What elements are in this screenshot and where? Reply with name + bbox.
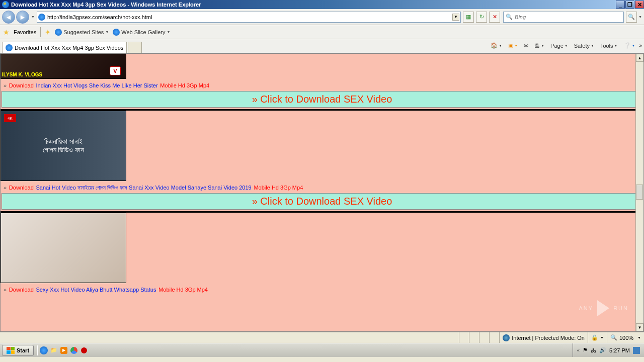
new-tab-button[interactable]	[128, 42, 142, 53]
browser-tab[interactable]: Download Hot Xxx Xxx Mp4 3gp Sex Videos	[2, 42, 127, 53]
tray-expand-icon[interactable]: «	[577, 348, 580, 353]
read-mail-button[interactable]: ✉	[522, 41, 530, 50]
url-dropdown[interactable]: ▼	[452, 14, 459, 21]
start-button[interactable]: Start	[2, 345, 34, 356]
vertical-scrollbar[interactable]: ▲ ▼	[635, 54, 643, 331]
favorites-star-icon[interactable]: ★	[3, 28, 10, 36]
download-button[interactable]: » Click to Download SEX Video	[2, 91, 642, 108]
command-bar: 🏠▼ ▣▼ ✉ 🖶▼ Page▼ Safety▼ Tools▼ ❔▼ »	[489, 41, 642, 50]
maximize-button[interactable]: ❐	[625, 1, 634, 9]
minimize-button[interactable]: _	[616, 1, 625, 9]
download-button[interactable]: » Click to Download SEX Video	[2, 193, 642, 210]
search-icon: 🔍	[506, 14, 513, 20]
zoom-control[interactable]: 🔍100%▼	[607, 332, 644, 343]
system-tray: « ⚑ 🖧 🔊 5:27 PM	[573, 343, 644, 357]
forward-button[interactable]: ►	[16, 11, 29, 24]
privacy-button[interactable]: 🔒▼	[588, 332, 607, 343]
scroll-thumb[interactable]	[636, 185, 643, 200]
url-input[interactable]	[47, 14, 452, 20]
window-title: Download Hot Xxx Xxx Mp4 3gp Sex Videos …	[11, 2, 201, 8]
security-zone: Internet | Protected Mode: On	[499, 332, 588, 343]
video-title-link[interactable]: Indian Xxx Hot Vlogs She Kiss Me Like He…	[36, 82, 158, 88]
help-button[interactable]: ❔▼	[622, 41, 637, 50]
thumbnail-overlay-text: চিএনায়িকা সানাই গোপন ভিডিও ফাস	[43, 137, 85, 154]
ie-icon	[6, 44, 13, 51]
window-titlebar: Download Hot Xxx Xxx Mp4 3gp Sex Videos …	[0, 0, 644, 9]
search-provider-dropdown[interactable]: ▼	[638, 15, 642, 19]
video-item: ILYSM K. VLOGS V » Download Indian Xxx H…	[1, 54, 643, 111]
video-title-line: » Download Indian Xxx Hot Vlogs She Kiss…	[1, 79, 643, 91]
show-desktop-button[interactable]	[633, 347, 640, 354]
ie-status-bar: Internet | Protected Mode: On 🔒▼ 🔍100%▼	[0, 332, 644, 343]
video-title-link[interactable]: Sexy Xxx Hot Video Aliya Bhutt Whatsapp …	[36, 287, 156, 293]
video-title-line: » Download Sanai Hot Video সানাইয়ের গোপ…	[1, 181, 643, 193]
video-title-link[interactable]: Sanai Hot Video সানাইয়ের গোপন ভিডিও ফাস…	[36, 185, 252, 191]
add-favorite-icon[interactable]: ✦	[45, 28, 51, 36]
search-go-button[interactable]: 🔍	[626, 12, 637, 23]
tab-title: Download Hot Xxx Xxx Mp4 3gp Sex Videos	[15, 45, 123, 51]
search-input[interactable]	[515, 14, 621, 20]
quicklaunch-chrome[interactable]	[69, 345, 79, 355]
tools-menu[interactable]: Tools▼	[598, 42, 620, 50]
windows-logo-icon	[7, 347, 15, 354]
clock[interactable]: 5:27 PM	[609, 347, 630, 353]
video-thumbnail[interactable]	[1, 213, 126, 283]
refresh-button[interactable]: ↻	[476, 12, 487, 23]
quicklaunch-explorer[interactable]: 📁	[49, 345, 59, 355]
ie-icon	[2, 1, 9, 8]
video-thumbnail[interactable]: 4K চিএনায়িকা সানাই গোপন ভিডিও ফাস	[1, 111, 126, 181]
quality-badge: 4K	[4, 114, 16, 122]
play-triangle-icon	[597, 300, 609, 316]
print-button[interactable]: 🖶▼	[532, 42, 546, 50]
nav-toolbar: ◄ ► ▼ ▼ ▦ ↻ ✕ 🔍 🔍 ▼	[0, 9, 644, 25]
suggested-sites-link[interactable]: Suggested Sites ▼	[55, 29, 109, 36]
thumbnail-channel-label: ILYSM K. VLOGS	[2, 72, 42, 77]
stop-button[interactable]: ✕	[489, 12, 500, 23]
safety-menu[interactable]: Safety▼	[572, 42, 596, 50]
quicklaunch-app[interactable]	[79, 345, 89, 355]
page-icon	[38, 14, 45, 21]
ie-icon	[55, 29, 62, 36]
favorites-bar: ★ Favorites ✦ Suggested Sites ▼ Web Slic…	[0, 25, 644, 39]
tab-bar: Download Hot Xxx Xxx Mp4 3gp Sex Videos …	[0, 39, 644, 53]
video-title-line: » Download Sexy Xxx Hot Video Aliya Bhut…	[1, 283, 643, 295]
web-slice-link[interactable]: Web Slice Gallery ▼	[113, 29, 170, 36]
address-bar[interactable]: ▼	[37, 12, 461, 23]
recent-dropdown[interactable]: ▼	[31, 15, 35, 19]
watermark: ANY RUN	[579, 300, 628, 316]
scroll-up-button[interactable]: ▲	[636, 54, 643, 62]
favorites-label[interactable]: Favorites	[14, 29, 36, 35]
tray-flag-icon[interactable]: ⚑	[583, 347, 588, 353]
close-button[interactable]: ✕	[635, 1, 644, 9]
tray-network-icon[interactable]: 🖧	[591, 347, 596, 353]
browser-viewport: ILYSM K. VLOGS V » Download Indian Xxx H…	[0, 53, 644, 332]
home-button[interactable]: 🏠▼	[489, 41, 504, 50]
video-item: » Download Sexy Xxx Hot Video Aliya Bhut…	[1, 213, 643, 295]
video-item: 4K চিএনায়িকা সানাই গোপন ভিডিও ফাস » Dow…	[1, 111, 643, 213]
more-chevron-icon[interactable]: »	[639, 43, 642, 48]
video-thumbnail[interactable]: ILYSM K. VLOGS V	[1, 54, 126, 79]
search-box[interactable]: 🔍	[503, 12, 624, 23]
ie-icon	[113, 29, 120, 36]
compat-view-button[interactable]: ▦	[463, 12, 474, 23]
play-icon: V	[110, 66, 121, 75]
tray-volume-icon[interactable]: 🔊	[599, 347, 606, 353]
windows-taskbar: Start 📁 ▶ « ⚑ 🖧 🔊 5:27 PM	[0, 343, 644, 357]
quicklaunch-ie[interactable]	[39, 345, 49, 355]
scroll-down-button[interactable]: ▼	[636, 323, 643, 331]
page-menu[interactable]: Page▼	[548, 42, 570, 50]
back-button[interactable]: ◄	[2, 11, 15, 24]
quicklaunch-media[interactable]: ▶	[59, 345, 69, 355]
globe-icon	[503, 334, 510, 341]
feeds-button[interactable]: ▣▼	[506, 41, 520, 50]
